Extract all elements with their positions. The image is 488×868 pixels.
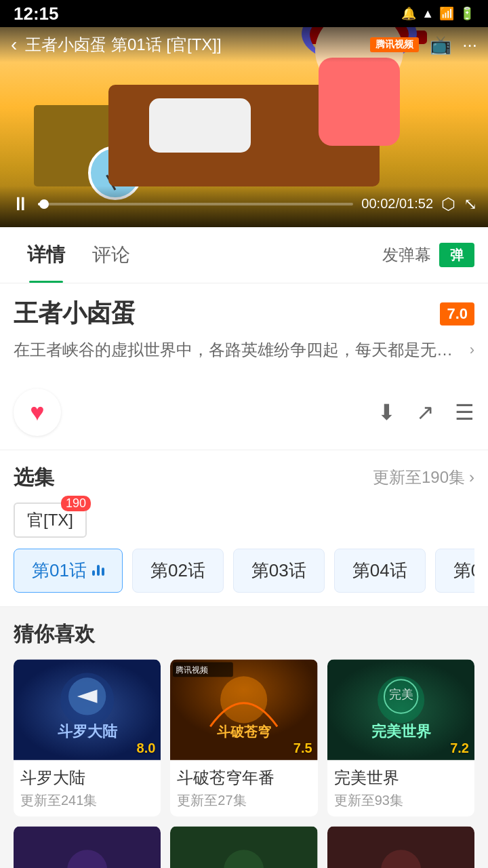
play-pause-button[interactable]: ⏸ [11, 193, 30, 215]
collect-button[interactable]: ☰ [455, 399, 474, 425]
episode-section-title: 选集 [14, 464, 54, 492]
action-row: ♥ ⬇ ↗ ☰ [0, 375, 488, 450]
heart-icon: ♥ [30, 398, 44, 427]
video-title: 王者小卤蛋 第01话 [官[TX]] [25, 34, 370, 56]
action-icons-group: ⬇ ↗ ☰ [378, 399, 474, 425]
episode-button-3[interactable]: 第03话 [233, 549, 325, 593]
card-title-2: 斗破苍穹年番 [177, 767, 310, 789]
fullscreen-icon[interactable]: ⤡ [464, 195, 477, 214]
show-title: 王者小卤蛋 [14, 297, 136, 330]
update-text: 更新至190集 [373, 467, 465, 488]
progress-bar-area[interactable]: ⏸ 00:02/01:52 ⬡ ⤡ [11, 193, 477, 215]
episode-button-4[interactable]: 第04话 [334, 549, 426, 593]
signal-icon: 📶 [439, 6, 454, 21]
recommendations-section: 猜你喜欢 斗罗大陆 [0, 607, 488, 868]
recommend-card-2[interactable]: 斗破苍穹 腾讯视频 7.5 斗破苍穹年番 更新至27集 [170, 659, 317, 816]
card-title-3: 完美世界 [334, 767, 468, 789]
share-button[interactable]: ↗ [416, 399, 434, 425]
recommendations-row2 [14, 826, 474, 868]
tencent-logo: 腾讯视频 [370, 37, 419, 52]
play-animation [92, 565, 104, 576]
badge-count: 190 [61, 496, 91, 511]
video-controls: ⏸ 00:02/01:52 ⬡ ⤡ [0, 186, 488, 227]
tabs-row: 详情 评论 发弹幕 弹 [0, 227, 488, 283]
battery-icon: 🔋 [460, 6, 474, 21]
recommend-card-3[interactable]: 完美世界 完美 7.2 完美世界 更新至93集 [327, 659, 474, 816]
tab-right-actions: 发弹幕 弹 [382, 243, 474, 267]
tab-details[interactable]: 详情 [14, 227, 79, 283]
svg-point-5 [220, 676, 267, 723]
recommendations-grid: 斗罗大陆 8.0 斗罗大陆 更新至241集 [14, 659, 474, 816]
video-header: ‹ 王者小卤蛋 第01话 [官[TX]] 腾讯视频 📺 ··· [0, 27, 488, 62]
update-info: 更新至190集 › [373, 467, 474, 488]
card-rating-1: 8.0 [137, 741, 156, 756]
progress-track[interactable] [38, 203, 353, 205]
svg-text:完美: 完美 [388, 688, 413, 701]
back-button[interactable]: ‹ [11, 34, 17, 56]
header-right-actions: 腾讯视频 📺 ··· [370, 35, 477, 56]
danmu-button[interactable]: 弹 [439, 243, 474, 267]
rating-badge: 7.0 [440, 302, 474, 326]
episodes-scroll[interactable]: 第01话 第02话 第03话 第04话 第05话 [14, 549, 474, 599]
status-icons: 🔔 ▲ 📶 🔋 [401, 6, 474, 21]
like-button[interactable]: ♥ [14, 389, 61, 436]
card-sub-1: 更新至241集 [20, 791, 154, 810]
placeholder-thumb-2 [170, 826, 317, 868]
card-info-2: 斗破苍穹年番 更新至27集 [170, 760, 317, 816]
episode-button-5[interactable]: 第05话 [435, 549, 474, 593]
card-thumb-3: 完美世界 完美 7.2 [327, 659, 474, 760]
char-body [319, 58, 400, 146]
card-sub-3: 更新至93集 [334, 791, 468, 810]
progress-fill [38, 203, 44, 205]
status-bar: 12:15 🔔 ▲ 📶 🔋 [0, 0, 488, 27]
progress-dot [39, 199, 49, 209]
wifi-icon: ▲ [422, 7, 434, 21]
card-sub-2: 更新至27集 [177, 791, 310, 810]
placeholder-thumb-1 [14, 826, 161, 868]
episode-section: 选集 更新至190集 › 官[TX] 190 第01话 第02话 [0, 450, 488, 607]
cast-icon[interactable]: ⬡ [441, 195, 455, 214]
recommend-card-1[interactable]: 斗罗大陆 8.0 斗罗大陆 更新至241集 [14, 659, 161, 816]
card-rating-2: 7.5 [293, 741, 312, 756]
show-desc-row[interactable]: 在王者峡谷的虚拟世界中，各路英雄纷争四起，每天都是无限循环的战斗… › [14, 338, 474, 361]
recommendations-title: 猜你喜欢 [14, 620, 474, 648]
card-rating-3: 7.2 [450, 741, 469, 756]
svg-text:斗罗大陆: 斗罗大陆 [58, 723, 118, 740]
placeholder-thumb-3 [327, 826, 474, 868]
danmu-label: 发弹幕 [382, 244, 431, 266]
more-icon[interactable]: ··· [462, 35, 477, 56]
episode-badge[interactable]: 官[TX] 190 [14, 502, 87, 538]
nightstand-prop [34, 105, 115, 186]
show-title-row: 王者小卤蛋 7.0 [14, 297, 474, 330]
notification-icon: 🔔 [401, 6, 416, 21]
show-description: 在王者峡谷的虚拟世界中，各路英雄纷争四起，每天都是无限循环的战斗… [14, 338, 463, 361]
tab-comments[interactable]: 评论 [79, 227, 144, 283]
card-info-3: 完美世界 更新至93集 [327, 760, 474, 816]
svg-text:腾讯视频: 腾讯视频 [176, 665, 208, 675]
card-title-1: 斗罗大陆 [20, 767, 154, 789]
episode-button-2[interactable]: 第02话 [132, 549, 224, 593]
placeholder-card-2[interactable] [170, 826, 317, 868]
status-time: 12:15 [14, 3, 59, 24]
video-time-display: 00:02/01:52 [361, 196, 433, 212]
tv-icon[interactable]: 📺 [430, 35, 451, 56]
video-player[interactable]: ‹ 王者小卤蛋 第01话 [官[TX]] 腾讯视频 📺 ··· ⏸ 00:02/… [0, 27, 488, 227]
placeholder-card-3[interactable] [327, 826, 474, 868]
episode-header: 选集 更新至190集 › [14, 464, 474, 492]
control-right-icons: ⬡ ⤡ [441, 195, 477, 214]
svg-text:斗破苍穹: 斗破苍穹 [217, 724, 271, 739]
card-thumb-1: 斗罗大陆 8.0 [14, 659, 161, 760]
content-area: 详情 评论 发弹幕 弹 王者小卤蛋 7.0 在王者峡谷的虚拟世界中，各路英雄纷争… [0, 227, 488, 868]
expand-arrow[interactable]: › [470, 341, 474, 359]
show-info-section: 王者小卤蛋 7.0 在王者峡谷的虚拟世界中，各路英雄纷争四起，每天都是无限循环的… [0, 283, 488, 375]
card-info-1: 斗罗大陆 更新至241集 [14, 760, 161, 816]
pillow-prop [149, 98, 251, 153]
download-button[interactable]: ⬇ [378, 399, 396, 425]
update-arrow: › [469, 468, 474, 487]
episode-button-1[interactable]: 第01话 [14, 549, 123, 593]
svg-text:完美世界: 完美世界 [371, 723, 431, 740]
card-thumb-2: 斗破苍穹 腾讯视频 7.5 [170, 659, 317, 760]
placeholder-card-1[interactable] [14, 826, 161, 868]
